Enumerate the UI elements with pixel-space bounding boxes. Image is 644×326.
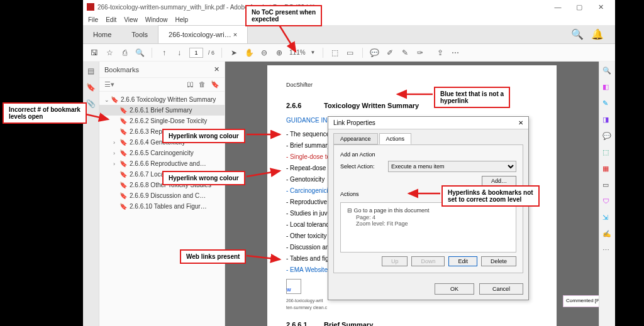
bookmarks-toolbar: ☰▾ 🕮 🗑 🔖 bbox=[99, 78, 225, 92]
callout-zoom-level: Hyperlinks & bookmarks not set to correc… bbox=[441, 185, 540, 207]
fit-page-icon[interactable]: ▭ bbox=[345, 48, 355, 58]
fill-sign-icon[interactable]: ✍ bbox=[602, 230, 613, 240]
fit-width-icon[interactable]: ⬚ bbox=[330, 48, 340, 58]
more-icon[interactable]: ⋯ bbox=[450, 48, 460, 58]
zoom-out-icon[interactable]: ⊖ bbox=[259, 48, 269, 58]
search-tool-icon[interactable]: 🔍 bbox=[602, 67, 613, 77]
delete-button[interactable]: Delete bbox=[481, 256, 516, 266]
bookmark-root[interactable]: ⌄🔖2.6.6 Toxicology Written Summary bbox=[99, 94, 225, 105]
ok-button[interactable]: OK bbox=[435, 283, 474, 295]
menu-help[interactable]: Help bbox=[175, 16, 188, 23]
select-action-dropdown[interactable]: Execute a menu item bbox=[388, 161, 516, 172]
combine-icon[interactable]: ⬚ bbox=[602, 148, 613, 158]
close-button[interactable]: ✕ bbox=[590, 3, 611, 11]
down-button[interactable]: Down bbox=[411, 256, 445, 266]
more-tools-icon[interactable]: ⋯ bbox=[602, 246, 613, 256]
save-icon[interactable]: 🖫 bbox=[89, 48, 99, 58]
page-down-icon[interactable]: ↓ bbox=[174, 48, 184, 58]
callout-blue-text: Blue text that is not a hyperlink bbox=[434, 87, 510, 108]
sign-icon[interactable]: ✎ bbox=[400, 48, 410, 58]
add-action-label: Add an Action bbox=[340, 151, 516, 158]
subsection-heading: 2.6.6.1Brief Summary bbox=[286, 320, 538, 326]
right-rail: 🔍 ◧ ✎ ◨ 💬 ⬚ ▦ ▭ 🛡 ⇲ ✍ ⋯ bbox=[599, 62, 615, 326]
highlight-icon[interactable]: ✐ bbox=[385, 48, 395, 58]
bookmark-item[interactable]: 🔖2.6.6.2 Single-Dose Toxicity bbox=[99, 116, 225, 126]
comment-tool-icon[interactable]: 💬 bbox=[602, 132, 613, 142]
add-button[interactable]: Add… bbox=[482, 176, 516, 186]
comment-icon[interactable]: 💬 bbox=[370, 48, 380, 58]
word-attachment-icon[interactable] bbox=[286, 279, 301, 294]
menu-view[interactable]: View bbox=[124, 16, 138, 23]
bookmark-item[interactable]: ›🔖2.6.6.5 Carcinogenicity bbox=[99, 148, 225, 158]
bell-icon[interactable]: 🔔 bbox=[591, 28, 604, 40]
search-icon[interactable]: 🔍 bbox=[571, 28, 584, 40]
zoom-level[interactable]: 111% bbox=[289, 49, 306, 56]
tab-document[interactable]: 266-toxicology-wri… × bbox=[158, 25, 248, 43]
bookmark-item[interactable]: 🔖2.6.6.1 Brief Summary bbox=[99, 105, 225, 116]
stamp-icon[interactable]: ✑ bbox=[415, 48, 425, 58]
dialog-close-icon[interactable]: ✕ bbox=[518, 119, 523, 126]
callout-web-links: Web links present bbox=[180, 249, 246, 264]
menu-edit[interactable]: Edit bbox=[106, 16, 116, 23]
new-bookmark-icon[interactable]: 🕮 bbox=[187, 80, 194, 89]
star-icon[interactable]: ☆ bbox=[104, 48, 114, 58]
menu-window[interactable]: Window bbox=[145, 16, 168, 23]
hand-icon[interactable]: ✋ bbox=[244, 48, 254, 58]
callout-bookmark-levels: Incorrect # of bookmark levels open bbox=[3, 102, 87, 124]
titlebar: 266-toxicology-written-summary_with_link… bbox=[83, 0, 615, 14]
bookmarks-icon[interactable]: 🔖 bbox=[86, 83, 96, 92]
toolbar: 🖫 ☆ ⎙ 🔍 ↑ ↓ / 6 ➤ ✋ ⊖ ⊕ 111% ▼ ⬚ ▭ 💬 ✐ ✎… bbox=[83, 44, 615, 62]
bookmarks-tree: ⌄🔖2.6.6 Toxicology Written Summary 🔖2.6.… bbox=[99, 92, 225, 326]
select-action-label: Select Action: bbox=[340, 163, 388, 170]
organize-icon[interactable]: ▦ bbox=[602, 165, 613, 175]
edit-pdf-icon[interactable]: ✎ bbox=[602, 99, 613, 109]
redact-icon[interactable]: ▭ bbox=[602, 181, 613, 191]
tab-appearance[interactable]: Appearance bbox=[333, 133, 378, 144]
link-properties-dialog: Link Properties ✕ Appearance Actions Add… bbox=[328, 116, 529, 300]
attachments-icon[interactable]: 📎 bbox=[86, 99, 96, 108]
tab-actions[interactable]: Actions bbox=[379, 133, 412, 144]
cancel-button[interactable]: Cancel bbox=[479, 283, 523, 295]
comment-balloon[interactable]: Commented [PI1]: "Blue" bbox=[563, 295, 599, 307]
compress-icon[interactable]: ⇲ bbox=[602, 214, 613, 224]
find-bookmark-icon[interactable]: 🔖 bbox=[211, 80, 219, 89]
magnify-icon[interactable]: 🔍 bbox=[135, 48, 145, 58]
tab-tools[interactable]: Tools bbox=[121, 25, 158, 43]
bookmark-item[interactable]: 🔖2.6.6.9 Discussion and C… bbox=[99, 190, 225, 201]
protect-icon[interactable]: 🛡 bbox=[602, 197, 613, 207]
edit-button[interactable]: Edit bbox=[448, 256, 477, 266]
print-icon[interactable]: ⎙ bbox=[119, 48, 130, 58]
create-pdf-icon[interactable]: ◨ bbox=[602, 116, 613, 126]
maximize-button[interactable]: ▢ bbox=[569, 3, 590, 11]
left-rail: ▤ 🔖 📎 bbox=[83, 62, 99, 326]
callout-hyperlink-colour-1: Hyperlink wrong colour bbox=[162, 129, 245, 143]
pdf-icon bbox=[87, 3, 94, 11]
tab-home[interactable]: Home bbox=[83, 25, 121, 43]
bookmarks-close-icon[interactable]: ✕ bbox=[214, 65, 219, 73]
bookmark-item[interactable]: ›🔖2.6.6.6 Reproductive and… bbox=[99, 158, 225, 169]
page-total: / 6 bbox=[208, 50, 214, 56]
up-button[interactable]: Up bbox=[382, 256, 408, 266]
callout-hyperlink-colour-2: Hyperlink wrong colour bbox=[162, 171, 245, 185]
bookmark-item[interactable]: 🔖2.6.6.10 Tables and Figur… bbox=[99, 201, 225, 212]
pointer-icon[interactable]: ➤ bbox=[229, 48, 239, 58]
tabbar: Home Tools 266-toxicology-wri… × 🔍 🔔 bbox=[83, 25, 615, 44]
zoom-in-icon[interactable]: ⊕ bbox=[274, 48, 284, 58]
menubar: File Edit View Window Help bbox=[83, 14, 615, 25]
delete-bookmark-icon[interactable]: 🗑 bbox=[199, 80, 206, 89]
page-input[interactable] bbox=[189, 48, 203, 58]
share-icon[interactable]: ⇪ bbox=[435, 48, 445, 58]
minimize-button[interactable]: — bbox=[547, 3, 569, 11]
thumbnails-icon[interactable]: ▤ bbox=[87, 67, 94, 75]
bookmarks-panel: Bookmarks ✕ ☰▾ 🕮 🗑 🔖 ⌄🔖2.6.6 Toxicology … bbox=[99, 62, 225, 326]
options-icon[interactable]: ☰▾ bbox=[104, 80, 114, 89]
callout-no-toc: No ToC present when expected bbox=[245, 5, 322, 26]
dialog-title: Link Properties bbox=[333, 119, 375, 126]
bookmarks-title: Bookmarks bbox=[104, 66, 139, 73]
menu-file[interactable]: File bbox=[88, 16, 98, 23]
export-pdf-icon[interactable]: ◧ bbox=[602, 83, 613, 93]
actions-listbox[interactable]: ⊟ Go to a page in this document Page: 4 … bbox=[340, 202, 516, 253]
page-up-icon[interactable]: ↑ bbox=[159, 48, 169, 58]
